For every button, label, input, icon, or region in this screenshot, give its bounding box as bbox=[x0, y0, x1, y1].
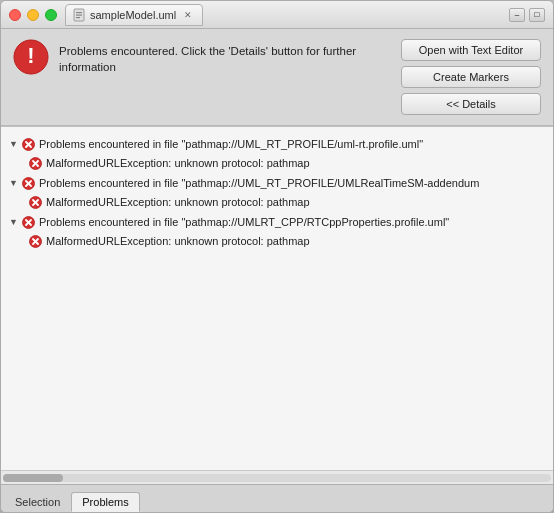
details-button[interactable]: << Details bbox=[401, 93, 541, 115]
tab-problems[interactable]: Problems bbox=[71, 492, 139, 512]
error-icon-large: ! bbox=[13, 39, 49, 75]
svg-rect-2 bbox=[76, 14, 82, 15]
problem-parent-row-3[interactable]: ▼ Problems encountered in file "pathmap:… bbox=[7, 213, 547, 232]
close-button[interactable] bbox=[9, 9, 21, 21]
file-icon bbox=[72, 8, 86, 22]
error-badge-child-2 bbox=[29, 196, 42, 209]
message-area: ! Problems encountered. Click the 'Detai… bbox=[1, 29, 553, 126]
window-controls: – □ bbox=[509, 8, 545, 22]
problem-parent-row-2[interactable]: ▼ Problems encountered in file "pathmap:… bbox=[7, 174, 547, 193]
svg-text:!: ! bbox=[27, 43, 34, 68]
collapse-icon-1: ▼ bbox=[9, 138, 18, 152]
open-text-editor-button[interactable]: Open with Text Editor bbox=[401, 39, 541, 61]
problem-child-text-1: MalformedURLException: unknown protocol:… bbox=[46, 155, 310, 172]
problem-parent-text-1: Problems encountered in file "pathmap://… bbox=[39, 136, 423, 153]
minimize-button[interactable] bbox=[27, 9, 39, 21]
scrollbar-track bbox=[3, 474, 551, 482]
details-content[interactable]: ▼ Problems encountered in file "pathmap:… bbox=[1, 127, 553, 470]
message-text: Problems encountered. Click the 'Details… bbox=[59, 39, 391, 75]
problem-child-row-2[interactable]: MalformedURLException: unknown protocol:… bbox=[7, 193, 547, 212]
problem-child-row-3[interactable]: MalformedURLException: unknown protocol:… bbox=[7, 232, 547, 251]
collapse-icon-3: ▼ bbox=[9, 216, 18, 230]
error-badge-2 bbox=[22, 177, 35, 190]
error-badge-child-1 bbox=[29, 157, 42, 170]
problem-parent-text-3: Problems encountered in file "pathmap://… bbox=[39, 214, 449, 231]
problem-child-text-3: MalformedURLException: unknown protocol:… bbox=[46, 233, 310, 250]
tab-label: sampleModel.uml bbox=[90, 9, 176, 21]
error-badge-1 bbox=[22, 138, 35, 151]
svg-rect-3 bbox=[76, 17, 80, 18]
create-markers-button[interactable]: Create Markers bbox=[401, 66, 541, 88]
scrollbar-thumb[interactable] bbox=[3, 474, 63, 482]
tab-bar: sampleModel.uml ✕ bbox=[65, 4, 509, 26]
problem-parent-text-2: Problems encountered in file "pathmap://… bbox=[39, 175, 479, 192]
fullscreen-button[interactable]: □ bbox=[529, 8, 545, 22]
horizontal-scrollbar[interactable] bbox=[1, 470, 553, 484]
problem-group-3: ▼ Problems encountered in file "pathmap:… bbox=[7, 213, 547, 250]
titlebar: sampleModel.uml ✕ – □ bbox=[1, 1, 553, 29]
bottom-tabs: Selection Problems bbox=[1, 484, 553, 512]
problem-group-1: ▼ Problems encountered in file "pathmap:… bbox=[7, 135, 547, 172]
restore-button[interactable]: – bbox=[509, 8, 525, 22]
problem-parent-row-1[interactable]: ▼ Problems encountered in file "pathmap:… bbox=[7, 135, 547, 154]
main-window: sampleModel.uml ✕ – □ ! Problems encount… bbox=[0, 0, 554, 513]
error-badge-3 bbox=[22, 216, 35, 229]
action-buttons: Open with Text Editor Create Markers << … bbox=[401, 39, 541, 115]
problem-child-text-2: MalformedURLException: unknown protocol:… bbox=[46, 194, 310, 211]
tab-selection[interactable]: Selection bbox=[4, 492, 71, 512]
problem-group-2: ▼ Problems encountered in file "pathmap:… bbox=[7, 174, 547, 211]
error-badge-child-3 bbox=[29, 235, 42, 248]
tab-close-button[interactable]: ✕ bbox=[182, 9, 194, 21]
maximize-button[interactable] bbox=[45, 9, 57, 21]
problem-child-row-1[interactable]: MalformedURLException: unknown protocol:… bbox=[7, 154, 547, 173]
file-tab[interactable]: sampleModel.uml ✕ bbox=[65, 4, 203, 26]
traffic-lights bbox=[9, 9, 57, 21]
collapse-icon-2: ▼ bbox=[9, 177, 18, 191]
svg-rect-1 bbox=[76, 12, 82, 13]
details-panel: ▼ Problems encountered in file "pathmap:… bbox=[1, 126, 553, 484]
